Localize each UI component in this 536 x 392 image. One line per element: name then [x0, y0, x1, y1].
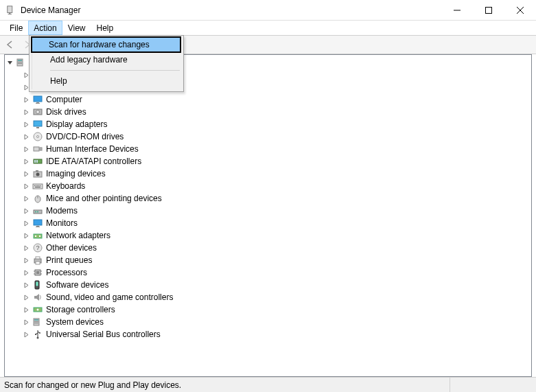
twisty-closed-icon[interactable]: [23, 170, 30, 178]
display-icon: [32, 119, 43, 130]
twisty-closed-icon[interactable]: [23, 257, 30, 264]
twisty-closed-icon[interactable]: [23, 207, 30, 215]
twisty-closed-icon[interactable]: [23, 294, 30, 301]
cpu-icon: [32, 267, 43, 278]
twisty-closed-icon[interactable]: [23, 108, 30, 116]
twisty-open-icon[interactable]: [6, 59, 14, 67]
close-button[interactable]: [504, 0, 536, 21]
computer-icon: [16, 57, 27, 68]
other-icon: ?: [32, 242, 43, 253]
svg-rect-4: [486, 7, 492, 13]
tree-item[interactable]: Display adapters: [5, 118, 531, 130]
tree-item[interactable]: Universal Serial Bus controllers: [5, 328, 531, 341]
tree-item[interactable]: Computer: [5, 93, 531, 106]
menu-scan-hardware[interactable]: Scan for hardware changes: [31, 36, 181, 53]
svg-point-29: [36, 173, 40, 176]
back-button[interactable]: [3, 37, 18, 52]
app-icon: [5, 5, 16, 16]
twisty-closed-icon[interactable]: [23, 133, 30, 141]
printer-icon: [32, 255, 43, 266]
svg-point-68: [37, 337, 39, 339]
twisty-closed-icon[interactable]: [23, 232, 30, 240]
tree-item[interactable]: Network adapters: [5, 229, 531, 242]
tree-item[interactable]: Mice and other pointing devices: [5, 192, 531, 205]
menu-add-legacy[interactable]: Add legacy hardware: [32, 51, 181, 68]
tree-item-label: Software devices: [46, 279, 108, 291]
svg-point-22: [37, 136, 39, 138]
svg-rect-45: [36, 227, 40, 227]
svg-rect-48: [39, 235, 40, 237]
tree-item[interactable]: Modems: [5, 205, 531, 217]
tree-item[interactable]: Imaging devices: [5, 168, 531, 180]
twisty-closed-icon[interactable]: [23, 158, 30, 165]
twisty-closed-icon[interactable]: [23, 146, 30, 153]
svg-rect-70: [35, 334, 36, 335]
tree-item[interactable]: Keyboards: [5, 180, 531, 192]
menu-action[interactable]: Action: [28, 21, 62, 35]
window-title: Device Manager: [21, 5, 441, 15]
device-tree[interactable]: BatteriesBluetoothComputerDisk drivesDis…: [5, 55, 531, 342]
svg-rect-27: [36, 160, 38, 163]
twisty-closed-icon[interactable]: [23, 269, 30, 277]
tree-item-label: Universal Serial Bus controllers: [46, 328, 161, 341]
menu-file[interactable]: File: [4, 21, 28, 35]
svg-point-42: [37, 211, 38, 213]
minimize-button[interactable]: [441, 0, 473, 21]
svg-rect-34: [37, 185, 38, 186]
sound-icon: [32, 292, 43, 303]
action-dropdown: Scan for hardware changes Add legacy har…: [29, 35, 184, 92]
twisty-closed-icon[interactable]: [23, 96, 30, 104]
twisty-closed-icon[interactable]: [23, 121, 30, 128]
tree-item[interactable]: DVD/CD-ROM drives: [5, 130, 531, 143]
twisty-closed-icon[interactable]: [23, 306, 30, 314]
tree-item-label: Display adapters: [46, 118, 107, 130]
tree-item[interactable]: Disk drives: [5, 106, 531, 118]
twisty-closed-icon[interactable]: [23, 183, 30, 190]
tree-item[interactable]: Processors: [5, 266, 531, 279]
svg-rect-47: [35, 235, 36, 237]
tree-item[interactable]: Software devices: [5, 279, 531, 291]
twisty-closed-icon[interactable]: [23, 220, 30, 227]
tree-item[interactable]: System devices: [5, 316, 531, 328]
tree-item[interactable]: Storage controllers: [5, 303, 531, 316]
svg-rect-9: [18, 62, 22, 62]
tree-item[interactable]: Monitors: [5, 217, 531, 229]
tree-item[interactable]: Sound, video and game controllers: [5, 291, 531, 303]
svg-text:?: ?: [36, 244, 39, 251]
tree-item[interactable]: IDE ATA/ATAPI controllers: [5, 155, 531, 168]
system-icon: [32, 316, 43, 327]
twisty-closed-icon[interactable]: [23, 281, 30, 289]
monitor-icon: [32, 94, 43, 105]
svg-rect-43: [34, 220, 42, 225]
menu-view[interactable]: View: [62, 21, 91, 35]
menu-help[interactable]: Help: [91, 21, 119, 35]
svg-rect-37: [35, 187, 40, 187]
maximize-button[interactable]: [473, 0, 504, 21]
tree-item-label: Imaging devices: [46, 168, 106, 180]
tree-item[interactable]: Print queues: [5, 254, 531, 266]
storage-icon: [32, 304, 43, 315]
svg-rect-36: [40, 185, 40, 186]
svg-rect-35: [38, 185, 39, 186]
svg-rect-32: [34, 185, 35, 186]
tree-item-label: Disk drives: [46, 106, 86, 118]
menu-help-item[interactable]: Help: [32, 73, 181, 89]
tree-item-label: Mice and other pointing devices: [46, 192, 162, 205]
twisty-closed-icon[interactable]: [23, 244, 30, 252]
twisty-closed-icon[interactable]: [23, 195, 30, 203]
software-icon: [32, 279, 43, 290]
tree-item[interactable]: ?Other devices: [5, 242, 531, 254]
svg-rect-30: [36, 170, 38, 172]
svg-rect-61: [36, 282, 38, 286]
tree-item-label: Sound, video and game controllers: [46, 291, 173, 303]
status-cell: [450, 378, 532, 392]
window-controls: [441, 0, 536, 21]
twisty-closed-icon[interactable]: [23, 331, 30, 338]
svg-rect-23: [34, 147, 39, 151]
svg-rect-15: [36, 102, 39, 103]
tree-item[interactable]: Human Interface Devices: [5, 143, 531, 155]
twisty-closed-icon[interactable]: [23, 319, 30, 326]
tree-item-label: Keyboards: [46, 180, 85, 192]
tree-item-label: Network adapters: [46, 229, 110, 242]
tree-item-label: IDE ATA/ATAPI controllers: [46, 155, 141, 168]
